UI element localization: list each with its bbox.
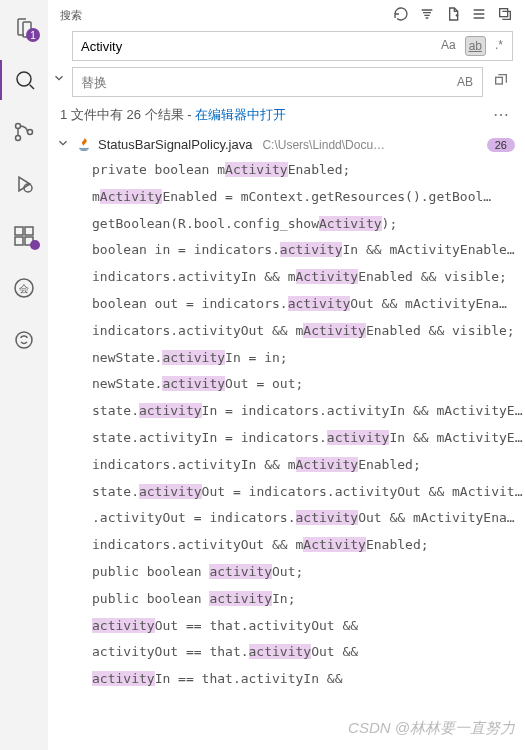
match-line[interactable]: indicators.activityIn && mActivityEnable… (52, 452, 525, 479)
preserve-case-toggle[interactable]: AB (454, 73, 476, 91)
match-highlight: Activity (100, 189, 163, 204)
match-highlight: activity (209, 591, 272, 606)
match-highlight: activity (92, 618, 155, 633)
clear-icon[interactable] (419, 6, 435, 25)
account-icon[interactable]: 会 (0, 268, 48, 308)
toggle-replace-icon[interactable] (52, 31, 68, 97)
match-line[interactable]: public boolean activityOut; (52, 559, 525, 586)
match-highlight: activity (288, 296, 351, 311)
results-summary: 1 文件中有 26 个结果 - 在编辑器中打开 (60, 106, 286, 124)
regex-toggle[interactable]: .* (492, 36, 506, 56)
replace-input-row: AB (72, 67, 483, 97)
more-options-icon[interactable]: ⋯ (489, 105, 513, 124)
match-highlight: activity (327, 430, 390, 445)
search-input[interactable] (73, 35, 438, 58)
match-highlight: activity (249, 644, 312, 659)
svg-rect-6 (25, 227, 33, 235)
match-line[interactable]: boolean in = indicators.activityIn && mA… (52, 237, 525, 264)
file-name: StatusBarSignalPolicy.java (98, 137, 252, 152)
panel-title: 搜索 (52, 8, 385, 23)
match-line[interactable]: newState.activityOut = out; (52, 371, 525, 398)
search-input-row: Aa ab .* (72, 31, 513, 61)
file-result-row[interactable]: StatusBarSignalPolicy.java C:\Users\Lind… (52, 132, 525, 157)
match-line[interactable]: activityOut == that.activityOut && (52, 639, 525, 666)
refresh-icon[interactable] (393, 6, 409, 25)
match-highlight: Activity (296, 269, 359, 284)
match-count-badge: 26 (487, 138, 515, 152)
results-tree[interactable]: StatusBarSignalPolicy.java C:\Users\Lind… (48, 132, 525, 750)
match-line[interactable]: state.activityIn = indicators.activityIn… (52, 425, 525, 452)
run-debug-icon[interactable] (0, 164, 48, 204)
svg-point-1 (16, 124, 21, 129)
svg-text:会: 会 (19, 283, 29, 294)
copilot-icon[interactable] (0, 320, 48, 360)
match-highlight: Activity (319, 216, 382, 231)
match-line[interactable]: state.activityOut = indicators.activityO… (52, 479, 525, 506)
svg-point-2 (16, 136, 21, 141)
search-icon[interactable] (0, 60, 48, 100)
activity-bar: 1 会 (0, 0, 48, 750)
match-highlight: activity (209, 564, 272, 579)
extensions-icon[interactable] (0, 216, 48, 256)
match-line[interactable]: indicators.activityOut && mActivityEnabl… (52, 318, 525, 345)
svg-rect-12 (500, 9, 508, 17)
explorer-badge: 1 (26, 28, 40, 42)
replace-all-icon[interactable] (489, 68, 513, 96)
match-line[interactable]: private boolean mActivityEnabled; (52, 157, 525, 184)
match-line[interactable]: .activityOut = indicators.activityOut &&… (52, 505, 525, 532)
match-highlight: activity (139, 484, 202, 499)
explorer-icon[interactable]: 1 (0, 8, 48, 48)
match-highlight: activity (162, 376, 225, 391)
match-line[interactable]: getBoolean(R.bool.config_showActivity); (52, 211, 525, 238)
match-highlight: Activity (296, 457, 359, 472)
extensions-badge (30, 240, 40, 250)
search-panel: 搜索 Aa ab .* (48, 0, 525, 750)
chevron-down-icon[interactable] (56, 136, 70, 153)
match-highlight: activity (296, 510, 359, 525)
match-line[interactable]: indicators.activityIn && mActivityEnable… (52, 264, 525, 291)
match-line[interactable]: activityOut == that.activityOut && (52, 613, 525, 640)
svg-point-11 (16, 332, 32, 348)
match-highlight: activity (162, 350, 225, 365)
match-line[interactable]: indicators.activityOut && mActivityEnabl… (52, 532, 525, 559)
collapse-all-icon[interactable] (497, 6, 513, 25)
match-highlight: Activity (303, 323, 366, 338)
open-in-editor-link[interactable]: 在编辑器中打开 (195, 107, 286, 122)
match-line[interactable]: mActivityEnabled = mContext.getResources… (52, 184, 525, 211)
match-line[interactable]: public boolean activityIn; (52, 586, 525, 613)
match-highlight: activity (139, 403, 202, 418)
svg-rect-13 (496, 77, 503, 84)
match-line[interactable]: state.activityIn = indicators.activityIn… (52, 398, 525, 425)
match-line[interactable]: boolean out = indicators.activityOut && … (52, 291, 525, 318)
new-file-icon[interactable] (445, 6, 461, 25)
svg-rect-5 (15, 227, 23, 235)
svg-rect-7 (15, 237, 23, 245)
match-line[interactable]: newState.activityIn = in; (52, 345, 525, 372)
view-list-icon[interactable] (471, 6, 487, 25)
match-line[interactable]: activityIn == that.activityIn && (52, 666, 525, 693)
match-highlight: Activity (303, 537, 366, 552)
match-highlight: Activity (225, 162, 288, 177)
whole-word-toggle[interactable]: ab (465, 36, 486, 56)
match-highlight: activity (280, 242, 343, 257)
case-sensitive-toggle[interactable]: Aa (438, 36, 459, 56)
replace-input[interactable] (73, 71, 454, 94)
source-control-icon[interactable] (0, 112, 48, 152)
java-file-icon (76, 137, 92, 153)
file-path: C:\Users\Lindd\Docu… (262, 138, 480, 152)
svg-point-0 (17, 72, 31, 86)
match-highlight: activity (92, 671, 155, 686)
